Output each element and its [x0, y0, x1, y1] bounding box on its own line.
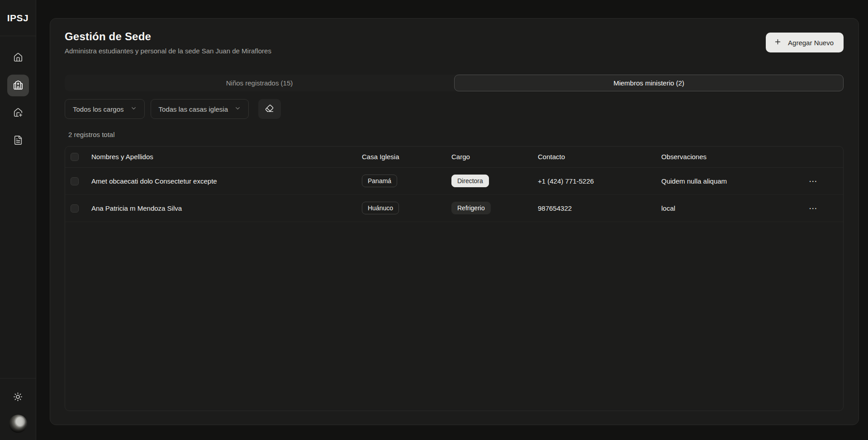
select-all-checkbox[interactable]	[71, 153, 79, 161]
cell-contacto: +1 (424) 771-5226	[538, 167, 661, 194]
column-header-contacto: Contacto	[538, 147, 661, 167]
sidebar: IPSJ	[0, 0, 36, 440]
chevron-down-icon	[130, 105, 137, 113]
casa-iglesia-badge: Huánuco	[362, 202, 399, 214]
cargo-filter-value: Todos los cargos	[73, 105, 124, 113]
card-header: Gestión de Sede Administra estudiantes y…	[65, 30, 844, 55]
house-plus-icon	[13, 108, 23, 119]
sidebar-item-nueva-sede[interactable]	[7, 102, 29, 124]
clear-filters-button[interactable]	[258, 99, 281, 119]
cell-observaciones: local	[661, 194, 806, 222]
main-area: Gestión de Sede Administra estudiantes y…	[36, 0, 868, 440]
add-new-button-label: Agregar Nuevo	[788, 39, 834, 47]
sidebar-item-reportes[interactable]	[7, 130, 29, 151]
cargo-badge: Refrigerio	[451, 202, 491, 214]
casa-iglesia-badge: Panamá	[362, 175, 397, 187]
sun-icon	[13, 392, 23, 403]
theme-toggle-button[interactable]	[9, 388, 27, 407]
table-header-row: Nombres y Apellidos Casa Iglesia Cargo C…	[65, 147, 843, 167]
row-checkbox[interactable]	[71, 177, 79, 185]
casa-iglesia-filter-select[interactable]: Todas las casas iglesia	[151, 99, 249, 119]
sidebar-item-sede[interactable]	[7, 75, 29, 96]
eraser-icon	[265, 104, 274, 114]
cargo-badge: Directora	[451, 175, 489, 187]
sidebar-nav	[0, 36, 36, 151]
column-header-actions	[806, 147, 843, 167]
page-title: Gestión de Sede	[65, 30, 271, 43]
table-row: Amet obcaecati dolo Consectetur excepteP…	[65, 167, 843, 194]
cell-observaciones: Quidem nulla aliquam	[661, 167, 806, 194]
members-table: Nombres y Apellidos Casa Iglesia Cargo C…	[65, 147, 843, 222]
tab-ninos-registrados[interactable]: Niños registrados (15)	[65, 75, 454, 91]
app-logo-wrap: IPSJ	[0, 0, 36, 36]
column-header-casa-iglesia: Casa Iglesia	[362, 147, 451, 167]
sidebar-bottom	[0, 378, 36, 440]
add-new-button[interactable]: Agregar Nuevo	[766, 33, 844, 52]
column-header-observaciones: Observaciones	[661, 147, 806, 167]
chevron-down-icon	[234, 105, 241, 113]
tab-miembros-ministerio[interactable]: Miembros ministerio (2)	[454, 75, 844, 91]
sidebar-item-inicio[interactable]	[7, 47, 29, 69]
column-header-cargo: Cargo	[451, 147, 538, 167]
tab-list: Niños registrados (15) Miembros minister…	[65, 75, 844, 91]
page-subtitle: Administra estudiantes y personal de la …	[65, 47, 271, 55]
casa-iglesia-filter-value: Todas las casas iglesia	[159, 105, 228, 113]
app-logo: IPSJ	[7, 13, 29, 24]
church-icon	[13, 80, 23, 91]
content-card: Gestión de Sede Administra estudiantes y…	[50, 18, 859, 425]
house-icon	[13, 52, 23, 64]
cell-contacto: 987654322	[538, 194, 661, 222]
members-table-wrap: Nombres y Apellidos Casa Iglesia Cargo C…	[65, 146, 844, 411]
row-checkbox[interactable]	[71, 204, 79, 213]
user-avatar[interactable]	[9, 415, 27, 433]
cell-nombre: Amet obcaecati dolo Consectetur excepte	[91, 167, 362, 194]
cell-nombre: Ana Patricia m Mendoza Silva	[91, 194, 362, 222]
file-text-icon	[13, 135, 23, 147]
table-row: Ana Patricia m Mendoza SilvaHuánucoRefri…	[65, 194, 843, 222]
column-header-nombres: Nombres y Apellidos	[91, 147, 362, 167]
row-actions-menu[interactable]: ⋯	[806, 175, 821, 187]
table-body: Amet obcaecati dolo Consectetur excepteP…	[65, 167, 843, 222]
cargo-filter-select[interactable]: Todos los cargos	[65, 99, 145, 119]
plus-icon	[774, 38, 782, 47]
title-block: Gestión de Sede Administra estudiantes y…	[65, 30, 271, 55]
row-actions-menu[interactable]: ⋯	[806, 202, 821, 214]
sidebar-spacer	[0, 151, 36, 378]
filters-bar: Todos los cargos Todas las casas iglesia	[65, 99, 844, 119]
records-total: 2 registros total	[68, 131, 844, 138]
